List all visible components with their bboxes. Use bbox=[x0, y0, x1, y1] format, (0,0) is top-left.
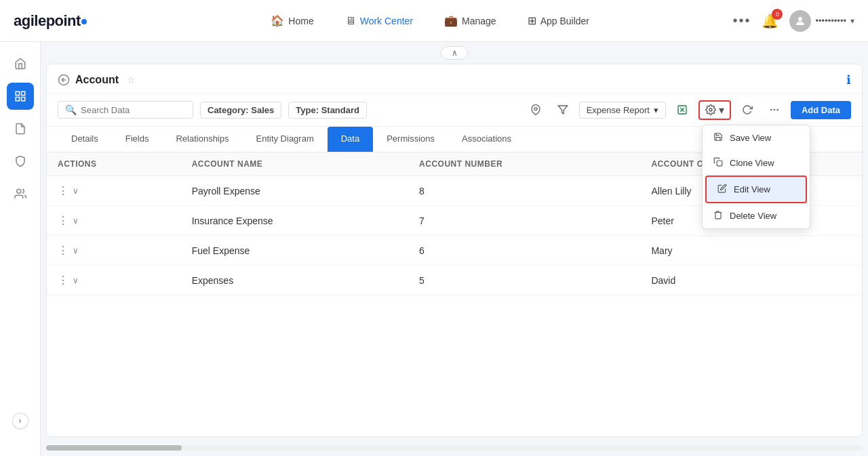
tab-data[interactable]: Data bbox=[328, 127, 373, 152]
search-icon: 🔍 bbox=[65, 104, 77, 115]
view-dropdown-icon: ▾ bbox=[654, 105, 658, 115]
sidebar-item-data[interactable] bbox=[7, 83, 34, 110]
sidebar-item-file[interactable] bbox=[7, 115, 34, 142]
account-name-cell: Insurance Expense bbox=[181, 206, 408, 236]
avatar bbox=[789, 10, 811, 32]
row-expand-button[interactable]: ∨ bbox=[73, 246, 79, 255]
nav-appbuilder[interactable]: ⊞ App Builder bbox=[522, 12, 595, 30]
row-menu-button[interactable]: ⋮ bbox=[58, 244, 68, 257]
actions-cell: ⋮ ∨ bbox=[47, 206, 181, 236]
top-navigation: agilepoint 🏠 Home 🖥 Work Center 💼 Manage… bbox=[0, 0, 868, 42]
sidebar-item-users[interactable] bbox=[7, 180, 34, 207]
dropdown-clone-view[interactable]: Clone View bbox=[703, 150, 810, 175]
back-button[interactable] bbox=[58, 74, 70, 86]
col-header-account-number: Account Number bbox=[408, 152, 640, 176]
sidebar-expand-button[interactable]: › bbox=[12, 413, 28, 429]
type-filter: Type: Standard bbox=[288, 102, 367, 119]
category-filter: Category: Sales bbox=[200, 102, 281, 119]
dropdown-save-view[interactable]: Save View bbox=[703, 125, 810, 150]
row-expand-button[interactable]: ∨ bbox=[73, 276, 79, 285]
search-box[interactable]: 🔍 bbox=[58, 101, 193, 119]
more-button[interactable]: ••• bbox=[732, 13, 751, 28]
svg-point-8 bbox=[534, 108, 537, 110]
manage-icon: 💼 bbox=[444, 14, 458, 27]
row-menu-button[interactable]: ⋮ bbox=[58, 274, 68, 287]
nav-manage-label: Manage bbox=[462, 16, 496, 26]
actions-cell: ⋮ ∨ bbox=[47, 176, 181, 206]
info-icon[interactable]: ℹ bbox=[846, 72, 851, 87]
tab-entity-diagram[interactable]: Entity Diagram bbox=[242, 127, 327, 152]
excel-icon-button[interactable] bbox=[671, 99, 693, 121]
dropdown-delete-view[interactable]: Delete View bbox=[703, 203, 810, 228]
collapse-button[interactable]: ∧ bbox=[441, 46, 468, 60]
row-expand-button[interactable]: ∨ bbox=[73, 216, 79, 226]
tab-relationships[interactable]: Relationships bbox=[162, 127, 242, 152]
svg-point-13 bbox=[774, 109, 776, 111]
col-header-actions: ACTIONS bbox=[47, 152, 181, 176]
svg-point-12 bbox=[770, 109, 772, 111]
sidebar-item-shield[interactable] bbox=[7, 148, 34, 175]
add-data-button[interactable]: Add Data bbox=[791, 101, 851, 119]
nav-workcenter-label: Work Center bbox=[360, 16, 413, 26]
svg-point-11 bbox=[709, 108, 712, 111]
toolbar: 🔍 Category: Sales Type: Standard bbox=[47, 94, 862, 127]
appbuilder-icon: ⊞ bbox=[528, 14, 536, 27]
tab-fields[interactable]: Fields bbox=[112, 127, 163, 152]
nav-home[interactable]: 🏠 Home bbox=[265, 12, 319, 30]
row-expand-button[interactable]: ∨ bbox=[73, 186, 79, 196]
scrollbar-thumb[interactable] bbox=[46, 445, 182, 451]
view-selector[interactable]: Expense Report ▾ bbox=[579, 102, 666, 119]
account-number-cell: 7 bbox=[408, 206, 640, 236]
avatar-chevron-icon: ▾ bbox=[850, 16, 854, 26]
account-name-cell: Fuel Expense bbox=[181, 236, 408, 266]
tab-associations[interactable]: Associations bbox=[448, 127, 525, 152]
main-layout: › ∧ Account ☆ ℹ 🔍 bbox=[0, 42, 868, 456]
horizontal-scrollbar[interactable] bbox=[46, 445, 863, 451]
nav-items: 🏠 Home 🖥 Work Center 💼 Manage ⊞ App Buil… bbox=[127, 12, 733, 30]
edit-view-label: Edit View bbox=[734, 184, 770, 194]
nav-manage[interactable]: 💼 Manage bbox=[439, 12, 502, 30]
refresh-button[interactable] bbox=[736, 99, 758, 121]
search-input[interactable] bbox=[81, 105, 176, 115]
favorite-icon[interactable]: ☆ bbox=[127, 75, 136, 85]
svg-rect-3 bbox=[16, 98, 19, 101]
avatar-name: •••••••••• bbox=[815, 16, 846, 26]
col-header-account-name: Account Name bbox=[181, 152, 408, 176]
table-row: ⋮ ∨ Expenses 5 David bbox=[47, 266, 862, 295]
location-icon-button[interactable] bbox=[525, 99, 547, 121]
svg-point-0 bbox=[798, 17, 802, 21]
collapse-bar: ∧ bbox=[41, 42, 868, 64]
content-area: Account ☆ ℹ 🔍 Category: Sales Type: Stan… bbox=[46, 64, 863, 437]
avatar-button[interactable]: •••••••••• ▾ bbox=[789, 10, 854, 32]
sidebar-item-home[interactable] bbox=[7, 50, 34, 77]
filter-icon-button[interactable] bbox=[552, 99, 574, 121]
save-view-label: Save View bbox=[730, 133, 771, 143]
main-content: ∧ Account ☆ ℹ 🔍 Category: Sales bbox=[41, 42, 868, 456]
row-menu-button[interactable]: ⋮ bbox=[58, 214, 68, 227]
nav-home-label: Home bbox=[288, 16, 313, 26]
save-icon bbox=[713, 132, 723, 144]
svg-rect-1 bbox=[16, 91, 19, 95]
clone-icon bbox=[713, 157, 723, 169]
row-menu-button[interactable]: ⋮ bbox=[58, 184, 68, 197]
actions-cell: ⋮ ∨ bbox=[47, 266, 181, 295]
notification-button[interactable]: 🔔 0 bbox=[762, 13, 778, 29]
svg-rect-4 bbox=[21, 98, 24, 101]
logo-dot bbox=[81, 19, 87, 24]
nav-workcenter[interactable]: 🖥 Work Center bbox=[340, 12, 418, 30]
more-options-button[interactable] bbox=[764, 99, 785, 121]
logo[interactable]: agilepoint bbox=[14, 12, 87, 30]
logo-text: agilepoint bbox=[14, 12, 87, 30]
tab-details[interactable]: Details bbox=[58, 127, 112, 152]
account-name-cell: Payroll Expense bbox=[181, 176, 408, 206]
gear-chevron-icon: ▾ bbox=[719, 104, 724, 117]
workcenter-icon: 🖥 bbox=[345, 15, 356, 27]
page-title: Account bbox=[75, 74, 119, 86]
view-name: Expense Report bbox=[587, 105, 650, 115]
tab-permissions[interactable]: Permissions bbox=[373, 127, 448, 152]
dropdown-edit-view[interactable]: Edit View bbox=[705, 175, 807, 203]
gear-button[interactable]: ▾ bbox=[698, 100, 731, 120]
svg-rect-2 bbox=[21, 91, 24, 95]
account-number-cell: 8 bbox=[408, 176, 640, 206]
account-owner-cell: Mary bbox=[640, 236, 862, 266]
